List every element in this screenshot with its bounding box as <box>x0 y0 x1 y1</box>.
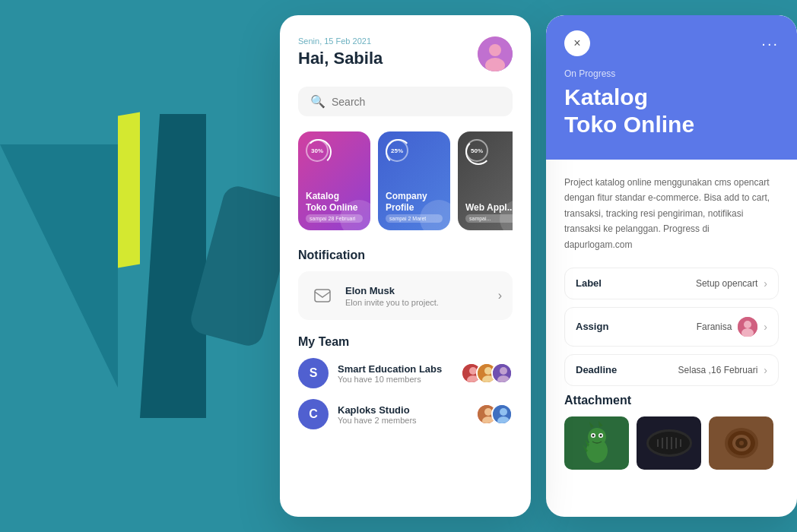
notification-text: Elon Musk Elon invite you to project. <box>345 285 439 307</box>
project-title-large: Katalog Toko Online <box>564 84 779 138</box>
search-icon: 🔍 <box>310 94 325 109</box>
project-cards-row: 30% Katalog Toko Online sampai 28 Februa… <box>298 131 513 230</box>
notification-card[interactable]: Elon Musk Elon invite you to project. › <box>298 271 513 320</box>
attachment-title: Attachment <box>564 394 779 407</box>
team-info-smart: Smart Education Labs You have 10 members <box>338 363 442 384</box>
more-dots-icon: ··· <box>761 35 779 52</box>
status-label: On Progress <box>564 68 779 79</box>
svg-point-33 <box>649 432 690 454</box>
search-input[interactable] <box>332 96 500 108</box>
detail-row-deadline[interactable]: Deadline Selasa ,16 Februari › <box>564 354 779 386</box>
right-panel: × ··· On Progress Katalog Toko Online Pr… <box>546 15 797 517</box>
svg-point-20 <box>744 321 751 328</box>
attachment-thumb-2[interactable] <box>637 416 701 470</box>
main-container: Senin, 15 Feb 2021 Hai, Sabila 🔍 <box>280 15 797 517</box>
percent-3: 50% <box>471 147 483 154</box>
assign-field-name: Assign <box>576 321 608 332</box>
greeting-label: Hai, Sabila <box>298 49 383 68</box>
team-count-kaploks: You have 2 members <box>338 416 417 425</box>
detail-row-assign[interactable]: Assign Faranisa › <box>564 307 779 347</box>
assign-value-text: Faranisa <box>697 321 732 332</box>
right-header-buttons: × ··· <box>564 30 779 56</box>
left-panel: Senin, 15 Feb 2021 Hai, Sabila 🔍 <box>280 15 531 517</box>
more-button[interactable]: ··· <box>761 35 779 52</box>
svg-rect-3 <box>315 290 330 302</box>
label-field-value: Setup opencart › <box>696 277 767 290</box>
notif-message: Elon invite you to project. <box>345 298 439 307</box>
svg-point-17 <box>500 408 507 416</box>
deadline-field-value: Selasa ,16 Februari › <box>678 364 767 376</box>
close-button[interactable]: × <box>564 30 590 56</box>
svg-point-11 <box>500 367 507 375</box>
close-icon: × <box>573 36 580 50</box>
search-bar[interactable]: 🔍 <box>298 87 513 116</box>
progress-circle-2: 25% <box>386 139 408 162</box>
thumb-image-2 <box>637 416 701 470</box>
team-initial-c: C <box>298 399 329 429</box>
deadline-field-name: Deadline <box>576 364 617 375</box>
team-item-smart[interactable]: S Smart Education Labs You have 10 membe… <box>298 358 513 388</box>
right-panel-body: Project katalog online menggunakan cms o… <box>546 160 797 517</box>
project-card-katalog[interactable]: 30% Katalog Toko Online sampai 28 Februa… <box>298 131 370 230</box>
date-label: Senin, 15 Feb 2021 <box>298 36 383 46</box>
team-count-smart: You have 10 members <box>338 375 442 384</box>
panel-header: Senin, 15 Feb 2021 Hai, Sabila <box>298 36 513 71</box>
project-card-web[interactable]: 50% Web Appl... sampai... <box>458 131 513 230</box>
team-initial-s: S <box>298 358 329 388</box>
label-value-text: Setup opencart <box>696 278 757 289</box>
team-avatar-3 <box>491 363 513 384</box>
team-info-kaploks: Kaploks Studio You have 2 members <box>338 404 417 425</box>
svg-point-44 <box>739 441 744 445</box>
team-avatars-kaploks <box>476 404 513 425</box>
header-text: Senin, 15 Feb 2021 Hai, Sabila <box>298 36 383 68</box>
mail-icon <box>309 282 336 309</box>
thumb-image-3 <box>709 416 773 470</box>
team-list: S Smart Education Labs You have 10 membe… <box>298 358 513 429</box>
svg-point-27 <box>599 434 602 436</box>
attachments-row <box>564 416 779 470</box>
attachment-thumb-3[interactable] <box>709 416 773 470</box>
deadline-arrow-icon: › <box>764 364 767 376</box>
team-avatars-smart <box>461 363 513 384</box>
label-field-name: Label <box>576 277 602 289</box>
notification-section-title: Notification <box>298 249 513 262</box>
svg-marker-29 <box>599 421 603 427</box>
bg-shape-yellow <box>118 112 140 268</box>
detail-row-label[interactable]: Label Setup opencart › <box>564 268 779 299</box>
progress-circle-1: 30% <box>306 139 329 162</box>
notif-arrow-icon: › <box>498 289 502 302</box>
avatar-image <box>478 36 513 71</box>
avatar[interactable] <box>478 36 513 71</box>
svg-point-1 <box>489 44 501 56</box>
project-title-line1: Katalog <box>564 84 779 111</box>
thumb-image-1 <box>564 416 629 470</box>
project-card-company[interactable]: 25% Company Profile sampai 2 Maret <box>378 131 450 230</box>
bg-shape-top-right <box>0 144 118 388</box>
progress-circle-3: 50% <box>465 139 488 162</box>
bg-shape-dark-right <box>140 114 206 418</box>
team-avatar-k2 <box>491 404 513 425</box>
assign-arrow-icon: › <box>764 321 767 333</box>
project-title-line2: Toko Online <box>564 111 779 138</box>
team-name-kaploks: Kaploks Studio <box>338 404 417 416</box>
percent-1: 30% <box>311 147 323 154</box>
svg-marker-28 <box>589 422 594 428</box>
team-section-title: My Team <box>298 335 513 349</box>
label-arrow-icon: › <box>764 277 767 290</box>
deadline-value-text: Selasa ,16 Februari <box>678 365 758 375</box>
team-item-kaploks[interactable]: C Kaploks Studio You have 2 members <box>298 399 513 429</box>
attachment-thumb-1[interactable] <box>564 416 629 470</box>
assign-field-value: Faranisa › <box>697 317 767 337</box>
percent-2: 25% <box>391 147 403 154</box>
assign-avatar <box>738 317 757 337</box>
notif-sender: Elon Musk <box>345 285 439 296</box>
project-description: Project katalog online menggunakan cms o… <box>564 175 779 252</box>
svg-point-26 <box>592 434 594 436</box>
right-panel-top: × ··· On Progress Katalog Toko Online <box>546 15 797 160</box>
team-name-smart: Smart Education Labs <box>338 363 442 375</box>
